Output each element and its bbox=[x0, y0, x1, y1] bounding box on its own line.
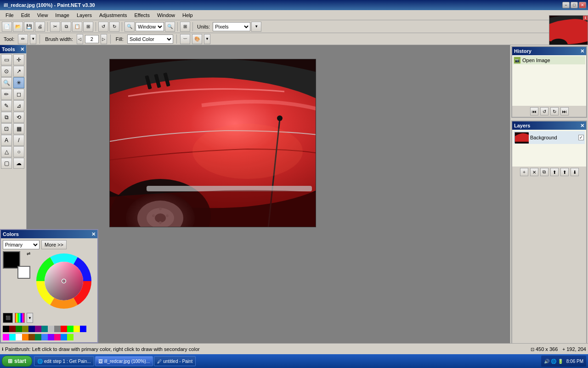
color-mode-arrow[interactable]: ▼ bbox=[204, 34, 210, 44]
palette-color-rose[interactable] bbox=[54, 334, 61, 340]
menu-edit[interactable]: Edit bbox=[17, 12, 34, 19]
palette-color-orange[interactable] bbox=[22, 334, 28, 340]
taskbar-item-2[interactable]: 🖊 untitled - Paint bbox=[154, 356, 196, 366]
rectangle-select-tool[interactable]: ▭ bbox=[1, 54, 12, 65]
paste-into-button[interactable]: ⊞ bbox=[83, 22, 93, 32]
history-undo-btn[interactable]: ↺ bbox=[540, 107, 548, 115]
brush-width-increase[interactable]: ▷ bbox=[101, 34, 107, 44]
text-tool[interactable]: A bbox=[1, 135, 12, 146]
menu-window[interactable]: Window bbox=[153, 12, 179, 19]
taskbar-item-0[interactable]: 🌐 edit step 1 : Get Pain... bbox=[34, 356, 94, 366]
add-layer-btn[interactable]: ＋ bbox=[520, 168, 528, 176]
units-expand[interactable]: ▼ bbox=[251, 22, 261, 32]
palette-color-yellow[interactable] bbox=[74, 326, 80, 332]
cut-button[interactable]: ✂ bbox=[50, 22, 60, 32]
grid-button[interactable]: ⊞ bbox=[180, 22, 190, 32]
brush-width-decrease[interactable]: ◁ bbox=[77, 34, 83, 44]
history-last-btn[interactable]: ⏭ bbox=[560, 107, 569, 115]
clone-stamp-tool[interactable]: ⧉ bbox=[1, 112, 12, 123]
menu-help[interactable]: Help bbox=[179, 12, 197, 19]
menu-file[interactable]: File bbox=[2, 12, 17, 19]
layer-item-background[interactable]: Background ✓ bbox=[514, 131, 585, 144]
rainbow-icon[interactable] bbox=[15, 313, 25, 323]
color-dropdown-btn[interactable]: ▼ bbox=[27, 313, 33, 323]
palette-color-azure[interactable] bbox=[61, 334, 67, 340]
delete-layer-btn[interactable]: ✕ bbox=[530, 168, 538, 176]
taskbar-item-1[interactable]: 🖼 ill_redcar.jpg (100%)... bbox=[95, 356, 153, 366]
rounded-rect-tool[interactable]: ▢ bbox=[1, 158, 12, 169]
freeform-tool[interactable]: ☁ bbox=[13, 158, 24, 169]
color-mode-btn[interactable]: 🎨 bbox=[192, 34, 202, 44]
history-first-btn[interactable]: ⏮ bbox=[530, 107, 538, 115]
layer-visibility-check[interactable]: ✓ bbox=[578, 135, 584, 140]
menu-image[interactable]: Image bbox=[51, 12, 73, 19]
layers-close-icon[interactable]: ✕ bbox=[580, 123, 584, 129]
palette-color-blue[interactable] bbox=[80, 326, 86, 332]
zoom-tool[interactable]: 🔍 bbox=[1, 77, 12, 88]
layer-up-btn[interactable]: ⬆ bbox=[560, 168, 569, 176]
start-button[interactable]: ⊞ start bbox=[2, 356, 32, 367]
color-picker-tool[interactable]: ⊿ bbox=[13, 100, 24, 111]
new-button[interactable]: 📄 bbox=[2, 22, 12, 32]
palette-color-red[interactable] bbox=[61, 326, 67, 332]
history-redo-btn[interactable]: ↻ bbox=[550, 107, 559, 115]
swap-colors-icon[interactable]: ⇌ bbox=[27, 251, 30, 256]
brush-width-input[interactable] bbox=[85, 35, 99, 43]
blend-mode-btn[interactable]: 〰 bbox=[180, 34, 190, 44]
more-button[interactable]: More >> bbox=[41, 240, 67, 249]
duplicate-layer-btn[interactable]: ⧉ bbox=[540, 168, 548, 176]
maximize-button[interactable]: □ bbox=[571, 2, 578, 8]
palette-color-green2[interactable] bbox=[35, 334, 41, 340]
redo-button[interactable]: ↻ bbox=[109, 22, 119, 32]
menu-view[interactable]: View bbox=[34, 12, 52, 19]
layer-down-btn[interactable]: ⬇ bbox=[571, 168, 579, 176]
zoom-select[interactable]: Window 100% bbox=[136, 22, 164, 31]
minimize-button[interactable]: − bbox=[562, 2, 570, 8]
paintbrush-tool[interactable]: ✏ bbox=[1, 89, 12, 100]
tool-dropdown[interactable]: ✏ bbox=[18, 34, 28, 44]
pencil-tool[interactable]: ✎ bbox=[1, 100, 12, 111]
palette-color-darkgreen[interactable] bbox=[16, 326, 22, 332]
tools-close-icon[interactable]: ✕ bbox=[20, 46, 24, 52]
fill-select[interactable]: Solid Color bbox=[127, 34, 173, 44]
copy-button[interactable]: ⧉ bbox=[61, 22, 71, 32]
units-select[interactable]: Pixels Inches Centimeters bbox=[213, 22, 250, 31]
eraser-tool[interactable]: ◻ bbox=[13, 89, 24, 100]
palette-color-violet[interactable] bbox=[48, 334, 54, 340]
canvas-area[interactable] bbox=[27, 45, 510, 354]
gradient-tool[interactable]: ▦ bbox=[13, 123, 24, 134]
history-item-open[interactable]: 📷 Open Image bbox=[513, 56, 585, 64]
palette-color-purple[interactable] bbox=[35, 326, 41, 332]
palette-color-chartreuse[interactable] bbox=[67, 334, 74, 340]
menu-layers[interactable]: Layers bbox=[73, 12, 96, 19]
palette-color-white[interactable] bbox=[16, 334, 22, 340]
palette-color-olive[interactable] bbox=[22, 326, 28, 332]
menu-effects[interactable]: Effects bbox=[131, 12, 153, 19]
palette-color-fuchsia[interactable] bbox=[3, 334, 9, 340]
print-button[interactable]: 🖨 bbox=[35, 22, 45, 32]
open-button[interactable]: 📂 bbox=[13, 22, 23, 32]
paint-bucket-tool[interactable]: ⊡ bbox=[1, 123, 12, 134]
menu-adjustments[interactable]: Adjustments bbox=[96, 12, 131, 19]
merge-layer-btn[interactable]: ⬆ bbox=[550, 168, 559, 176]
move-selection-tool[interactable]: ↗ bbox=[13, 66, 24, 77]
tool-dropdown-arrow[interactable]: ▼ bbox=[30, 34, 36, 44]
palette-color-silver[interactable] bbox=[48, 326, 54, 332]
line-tool[interactable]: / bbox=[13, 135, 24, 146]
history-close-icon[interactable]: ✕ bbox=[580, 48, 584, 54]
zoom-out-button[interactable]: 🔍 bbox=[124, 22, 135, 32]
magic-wand-tool[interactable]: ✳ bbox=[13, 77, 24, 88]
recolor-tool[interactable]: ⟲ bbox=[13, 112, 24, 123]
ellipse-tool[interactable]: ○ bbox=[13, 146, 24, 157]
color-primary-select[interactable]: Primary Secondary bbox=[3, 240, 40, 249]
zoom-in-button[interactable]: 🔍 bbox=[165, 22, 175, 32]
black-white-icon[interactable]: ⬛ bbox=[3, 313, 13, 323]
colors-close-icon[interactable]: ✕ bbox=[91, 231, 96, 237]
palette-color-cornflower[interactable] bbox=[41, 334, 48, 340]
thumbnail-button[interactable]: ℹ bbox=[583, 16, 588, 20]
color-wheel[interactable] bbox=[34, 251, 94, 311]
palette-color-black[interactable] bbox=[3, 326, 9, 332]
palette-color-darkred[interactable] bbox=[9, 326, 16, 332]
shapes-tool[interactable]: △ bbox=[1, 146, 12, 157]
palette-color-brown[interactable] bbox=[28, 334, 35, 340]
